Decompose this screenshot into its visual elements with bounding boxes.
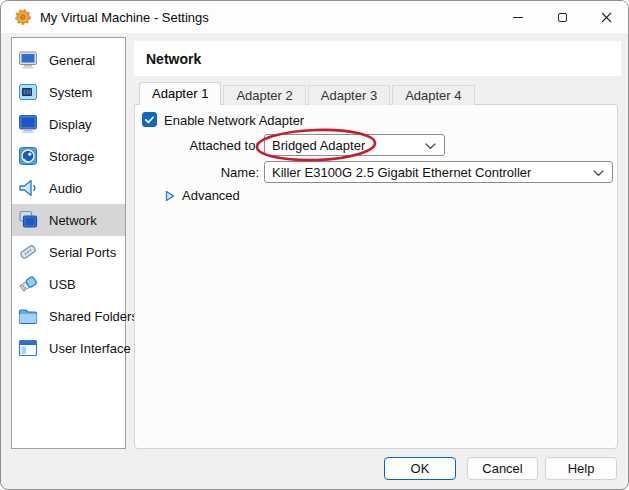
maximize-icon	[558, 13, 567, 22]
sidebar-item-display[interactable]: Display	[12, 108, 125, 140]
help-button[interactable]: Help	[545, 457, 617, 480]
tab-adapter-1[interactable]: Adapter 1	[139, 82, 221, 105]
sidebar-item-general[interactable]: General	[12, 44, 125, 76]
attached-to-value: Bridged Adapter	[272, 138, 365, 153]
maximize-button[interactable]	[540, 1, 584, 33]
expander-triangle-icon	[165, 190, 175, 202]
sidebar-item-label: Serial Ports	[49, 245, 116, 260]
sidebar-item-label: User Interface	[49, 341, 131, 356]
window-controls	[496, 1, 628, 33]
close-button[interactable]	[584, 1, 628, 33]
chevron-down-icon	[425, 143, 436, 150]
system-chip-icon	[17, 81, 39, 103]
sidebar-item-label: System	[49, 85, 92, 100]
sidebar-item-label: Shared Folders	[49, 309, 138, 324]
shared-folder-icon	[17, 305, 39, 327]
usb-plug-icon	[17, 273, 39, 295]
attached-to-dropdown[interactable]: Bridged Adapter	[264, 134, 445, 156]
sidebar-item-network[interactable]: Network	[12, 204, 125, 236]
storage-disk-icon	[17, 145, 39, 167]
sidebar-item-storage[interactable]: Storage	[12, 140, 125, 172]
sidebar-item-audio[interactable]: Audio	[12, 172, 125, 204]
sidebar-item-label: USB	[49, 277, 76, 292]
display-monitor-icon	[17, 113, 39, 135]
tab-adapter-2[interactable]: Adapter 2	[223, 85, 305, 105]
audio-speaker-icon	[17, 177, 39, 199]
sidebar-item-system[interactable]: System	[12, 76, 125, 108]
adapter-name-value: Killer E3100G 2.5 Gigabit Ethernet Contr…	[272, 165, 531, 180]
sidebar-item-usb[interactable]: USB	[12, 268, 125, 300]
sidebar-item-label: Storage	[49, 149, 95, 164]
page-title: Network	[146, 51, 201, 67]
adapter-name-dropdown[interactable]: Killer E3100G 2.5 Gigabit Ethernet Contr…	[264, 161, 613, 183]
chevron-down-icon	[593, 170, 604, 177]
general-monitor-icon	[17, 49, 39, 71]
attached-to-label: Attached to:	[142, 138, 259, 153]
virtualbox-settings-gear-icon	[14, 8, 32, 26]
network-cards-icon	[17, 209, 39, 231]
advanced-label: Advanced	[182, 188, 240, 203]
tab-adapter-3[interactable]: Adapter 3	[308, 85, 390, 105]
sidebar-item-label: Display	[49, 117, 92, 132]
titlebar[interactable]: My Virtual Machine - Settings	[1, 1, 628, 33]
sidebar-item-label: Network	[49, 213, 97, 228]
tab-adapter-4[interactable]: Adapter 4	[392, 85, 474, 105]
sidebar-item-label: General	[49, 53, 95, 68]
advanced-expander[interactable]: Advanced	[165, 188, 240, 203]
page-header: Network	[134, 41, 621, 76]
ok-button[interactable]: OK	[384, 457, 456, 480]
enable-network-adapter-label[interactable]: Enable Network Adapter	[164, 113, 304, 128]
cancel-button[interactable]: Cancel	[467, 457, 538, 480]
sidebar-item-user-interface[interactable]: User Interface	[12, 332, 125, 364]
checkmark-icon	[143, 113, 156, 126]
adapter-tabs: Adapter 1 Adapter 2 Adapter 3 Adapter 4	[139, 82, 477, 105]
sidebar-item-shared-folders[interactable]: Shared Folders	[12, 300, 125, 332]
serial-port-icon	[17, 241, 39, 263]
minimize-icon	[513, 17, 523, 18]
name-label: Name:	[142, 165, 259, 180]
sidebar-item-serial-ports[interactable]: Serial Ports	[12, 236, 125, 268]
close-icon	[601, 12, 612, 23]
user-interface-icon	[17, 337, 39, 359]
window-title: My Virtual Machine - Settings	[40, 10, 209, 25]
minimize-button[interactable]	[496, 1, 540, 33]
settings-category-sidebar: General System Display	[11, 37, 126, 449]
enable-network-adapter-checkbox[interactable]	[142, 112, 157, 127]
sidebar-item-label: Audio	[49, 181, 82, 196]
settings-window: My Virtual Machine - Settings General	[0, 0, 629, 490]
